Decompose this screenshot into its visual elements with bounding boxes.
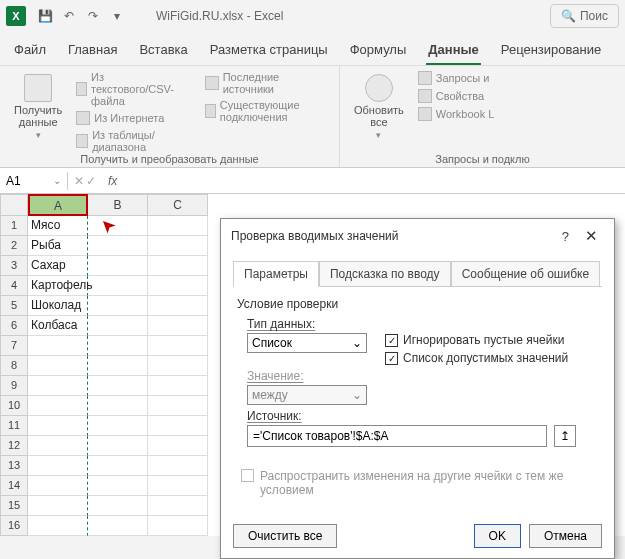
cell[interactable] xyxy=(148,296,208,316)
redo-icon[interactable]: ↷ xyxy=(84,7,102,25)
cell[interactable] xyxy=(88,416,148,436)
select-all-corner[interactable] xyxy=(0,194,28,216)
cell[interactable] xyxy=(148,356,208,376)
cell[interactable] xyxy=(28,496,88,516)
source-input[interactable]: ='Список товаров'!$A:$A xyxy=(247,425,547,447)
enter-formula-icon[interactable]: ✓ xyxy=(86,174,96,188)
cell[interactable]: Рыба xyxy=(28,236,88,256)
cell[interactable] xyxy=(28,436,88,456)
cancel-formula-icon[interactable]: ✕ xyxy=(74,174,84,188)
tab-home[interactable]: Главная xyxy=(66,36,119,65)
cell[interactable] xyxy=(88,356,148,376)
cell[interactable] xyxy=(88,276,148,296)
recent-sources-button[interactable]: Последние источники xyxy=(203,70,331,96)
ok-button[interactable]: OK xyxy=(474,524,521,548)
cell[interactable]: Колбаса xyxy=(28,316,88,336)
get-data-button[interactable]: Получитьданные ▾ xyxy=(8,70,68,144)
cell[interactable] xyxy=(148,436,208,456)
save-icon[interactable]: 💾 xyxy=(36,7,54,25)
cell[interactable] xyxy=(148,276,208,296)
cell[interactable] xyxy=(88,516,148,536)
dialog-tab-settings[interactable]: Параметры xyxy=(233,261,319,287)
row-header[interactable]: 5 xyxy=(0,296,28,316)
dialog-tab-input-msg[interactable]: Подсказка по вводу xyxy=(319,261,451,287)
cell[interactable] xyxy=(148,316,208,336)
help-icon[interactable]: ? xyxy=(552,229,579,244)
ignore-blank-check[interactable]: ✓Игнорировать пустые ячейки xyxy=(385,333,568,347)
row-header[interactable]: 9 xyxy=(0,376,28,396)
tab-review[interactable]: Рецензирование xyxy=(499,36,603,65)
from-csv-button[interactable]: Из текстового/CSV-файла xyxy=(74,70,189,108)
tab-layout[interactable]: Разметка страницы xyxy=(208,36,330,65)
cell[interactable]: Сахар xyxy=(28,256,88,276)
cell[interactable] xyxy=(148,416,208,436)
clear-all-button[interactable]: Очистить все xyxy=(233,524,337,548)
cell[interactable] xyxy=(148,216,208,236)
row-header[interactable]: 11 xyxy=(0,416,28,436)
queries-button[interactable]: Запросы и xyxy=(416,70,497,86)
in-cell-dropdown-check[interactable]: ✓Список допустимых значений xyxy=(385,351,568,365)
row-header[interactable]: 2 xyxy=(0,236,28,256)
cell[interactable] xyxy=(148,236,208,256)
row-header[interactable]: 1 xyxy=(0,216,28,236)
dialog-tab-error[interactable]: Сообщение об ошибке xyxy=(451,261,600,287)
cell[interactable]: Мясо xyxy=(28,216,88,236)
tab-file[interactable]: Файл xyxy=(12,36,48,65)
qat-dropdown-icon[interactable]: ▾ xyxy=(108,7,126,25)
cell[interactable] xyxy=(88,236,148,256)
cell[interactable] xyxy=(28,516,88,536)
cell[interactable] xyxy=(28,336,88,356)
cell[interactable] xyxy=(88,336,148,356)
cell[interactable] xyxy=(88,456,148,476)
dialog-titlebar[interactable]: Проверка вводимых значений ? ✕ xyxy=(221,219,614,253)
properties-button[interactable]: Свойства xyxy=(416,88,497,104)
range-picker-button[interactable]: ↥ xyxy=(554,425,576,447)
cell[interactable] xyxy=(88,316,148,336)
cell[interactable] xyxy=(28,356,88,376)
row-header[interactable]: 4 xyxy=(0,276,28,296)
row-header[interactable]: 16 xyxy=(0,516,28,536)
cell[interactable] xyxy=(148,376,208,396)
cell[interactable] xyxy=(148,336,208,356)
close-icon[interactable]: ✕ xyxy=(579,227,604,245)
row-header[interactable]: 10 xyxy=(0,396,28,416)
refresh-all-button[interactable]: Обновитьвсе ▾ xyxy=(348,70,410,144)
cell[interactable] xyxy=(28,376,88,396)
col-header-a[interactable]: A xyxy=(28,194,88,216)
cell[interactable] xyxy=(28,476,88,496)
row-header[interactable]: 3 xyxy=(0,256,28,276)
row-header[interactable]: 6 xyxy=(0,316,28,336)
col-header-b[interactable]: B xyxy=(88,194,148,216)
cell[interactable] xyxy=(148,396,208,416)
row-header[interactable]: 7 xyxy=(0,336,28,356)
row-header[interactable]: 8 xyxy=(0,356,28,376)
cell[interactable] xyxy=(88,476,148,496)
undo-icon[interactable]: ↶ xyxy=(60,7,78,25)
cancel-button[interactable]: Отмена xyxy=(529,524,602,548)
cell[interactable]: Шоколад xyxy=(28,296,88,316)
row-header[interactable]: 14 xyxy=(0,476,28,496)
cell[interactable] xyxy=(148,456,208,476)
cell[interactable] xyxy=(28,456,88,476)
type-select[interactable]: Список ⌄ xyxy=(247,333,367,353)
row-header[interactable]: 12 xyxy=(0,436,28,456)
cell[interactable] xyxy=(88,496,148,516)
cell[interactable] xyxy=(148,516,208,536)
tab-insert[interactable]: Вставка xyxy=(137,36,189,65)
name-box[interactable]: A1 ⌄ xyxy=(0,172,68,190)
existing-conn-button[interactable]: Существующие подключения xyxy=(203,98,331,124)
row-header[interactable]: 15 xyxy=(0,496,28,516)
cell[interactable] xyxy=(88,296,148,316)
workbook-links-button[interactable]: Workbook L xyxy=(416,106,497,122)
tab-data[interactable]: Данные xyxy=(426,36,481,65)
cell[interactable] xyxy=(148,476,208,496)
cell[interactable]: Картофель xyxy=(28,276,88,296)
cell[interactable] xyxy=(28,396,88,416)
tab-formulas[interactable]: Формулы xyxy=(348,36,409,65)
cell[interactable] xyxy=(88,256,148,276)
fx-icon[interactable]: fx xyxy=(102,174,123,188)
cell[interactable] xyxy=(148,256,208,276)
cell[interactable] xyxy=(88,376,148,396)
row-header[interactable]: 13 xyxy=(0,456,28,476)
search-button[interactable]: 🔍 Поис xyxy=(550,4,619,28)
